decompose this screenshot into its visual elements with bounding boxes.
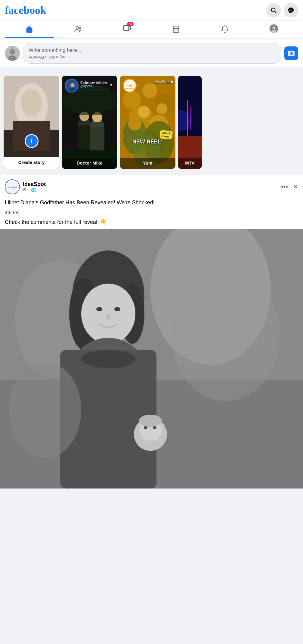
post-privacy-icon: 🌐 [31, 187, 36, 192]
story-mtv-bg [178, 76, 202, 169]
svg-rect-37 [62, 91, 117, 115]
svg-rect-60 [190, 106, 191, 130]
search-button[interactable] [266, 3, 281, 17]
navigation-bar: 36 [0, 21, 303, 38]
header-action-buttons [266, 3, 298, 17]
profile-avatar [269, 24, 279, 33]
svg-point-39 [70, 83, 75, 87]
svg-rect-6 [173, 29, 179, 33]
svg-rect-2 [28, 30, 30, 33]
svg-point-42 [123, 91, 141, 109]
post-page-name[interactable]: IdeaSpot [23, 181, 46, 187]
svg-text:Yum: Yum [127, 84, 132, 87]
nav-item-friends[interactable] [54, 22, 103, 38]
svg-point-21 [21, 89, 42, 116]
svg-point-51 [156, 103, 167, 114]
yum-avatar: Yum FoodChannel [123, 79, 137, 93]
post-close-button[interactable]: ✕ [293, 183, 298, 191]
story-create-bg [4, 76, 59, 169]
nav-item-home[interactable] [5, 22, 54, 38]
svg-point-43 [142, 83, 157, 98]
story-yum-reel-label: NEW REEL! [132, 139, 163, 145]
post-avatar-inner: ideaSpot [6, 181, 19, 193]
story-doctor-tag: Game day with the @nyjets [80, 81, 116, 88]
svg-rect-17 [290, 51, 293, 52]
separator-2 [0, 173, 303, 175]
post-text: Lilibet Diana's Godfather Has Been Revea… [0, 194, 303, 229]
post-page-info: IdeaSpot 6h · 🌐 [23, 181, 46, 192]
nav-item-profile[interactable] [249, 21, 298, 38]
post-dot-separator: · [29, 187, 30, 192]
svg-point-52 [128, 117, 141, 130]
stories-section: + Create story [0, 72, 303, 173]
yum-label: Yum [120, 158, 175, 169]
stories-row: + Create story [0, 76, 303, 169]
add-photo-button[interactable] [284, 46, 298, 60]
svg-point-13 [10, 49, 15, 55]
post-time: 6h [23, 187, 28, 192]
post-header: ideaSpot IdeaSpot 6h · 🌐 ••• ✕ [0, 175, 303, 194]
header: facebook [0, 0, 303, 21]
post-text-line3: Check the comments for the full reveal! … [5, 218, 298, 226]
video-badge: 36 [127, 22, 134, 26]
svg-rect-32 [78, 125, 91, 149]
doctor-mike-label: Doctor Mike [62, 158, 117, 169]
facebook-logo: facebook [5, 4, 46, 17]
post-card: ideaSpot IdeaSpot 6h · 🌐 ••• ✕ Lilibet D… [0, 175, 303, 488]
story-yum-subtitle: dka Potato [155, 80, 173, 84]
svg-line-1 [275, 11, 276, 13]
story-yum-check-sticker: Checkit out [159, 130, 173, 140]
mtv-label: MTV [178, 158, 202, 169]
post-header-left: ideaSpot IdeaSpot 6h · 🌐 [5, 179, 46, 194]
nav-item-marketplace[interactable] [152, 22, 201, 38]
post-text-line2: 👀👀 [5, 208, 298, 217]
post-header-actions: ••• ✕ [279, 182, 298, 192]
svg-point-3 [76, 27, 78, 29]
post-image [0, 229, 303, 488]
composer-input[interactable]: Write something here... ஏதாவது எழுதலாமே.… [23, 43, 281, 64]
create-story-label: Create story [4, 157, 59, 169]
post-meta: 6h · 🌐 [23, 187, 46, 192]
svg-text:ideaSpot: ideaSpot [8, 186, 17, 188]
svg-text:FoodChannel: FoodChannel [124, 87, 136, 89]
composer-placeholder-line1: Write something here... [29, 47, 276, 54]
svg-point-50 [138, 106, 150, 118]
svg-rect-59 [187, 100, 188, 136]
svg-point-18 [291, 53, 292, 54]
svg-point-10 [272, 27, 275, 29]
post-page-avatar[interactable]: ideaSpot [5, 179, 20, 194]
post-composer: Write something here... ஏதாவது எழுதலாமே.… [0, 39, 303, 67]
post-more-options-button[interactable]: ••• [279, 182, 290, 192]
composer-avatar [5, 46, 20, 61]
svg-rect-35 [90, 127, 104, 152]
doctor-mike-avatar [65, 79, 79, 93]
messenger-button[interactable] [284, 3, 298, 17]
svg-point-4 [79, 27, 81, 29]
post-text-line1: Lilibet Diana's Godfather Has Been Revea… [5, 199, 298, 207]
story-yum-card[interactable]: Yum FoodChannel dka Potato NEW REEL! Che… [120, 76, 175, 169]
create-story-plus-icon: + [25, 134, 39, 148]
story-create-card[interactable]: + Create story [4, 76, 59, 169]
story-mtv-card[interactable]: MTV [178, 76, 202, 169]
svg-rect-86 [0, 229, 303, 488]
story-doctor-mike-card[interactable]: Game day with the @nyjets Doctor Mike [62, 76, 117, 169]
composer-placeholder-line2: ஏதாவது எழுதலாமே... [29, 54, 276, 60]
separator-1 [0, 70, 303, 72]
nav-item-notifications[interactable] [200, 22, 249, 38]
nav-item-video[interactable]: 36 [103, 21, 152, 38]
svg-rect-5 [124, 26, 129, 30]
